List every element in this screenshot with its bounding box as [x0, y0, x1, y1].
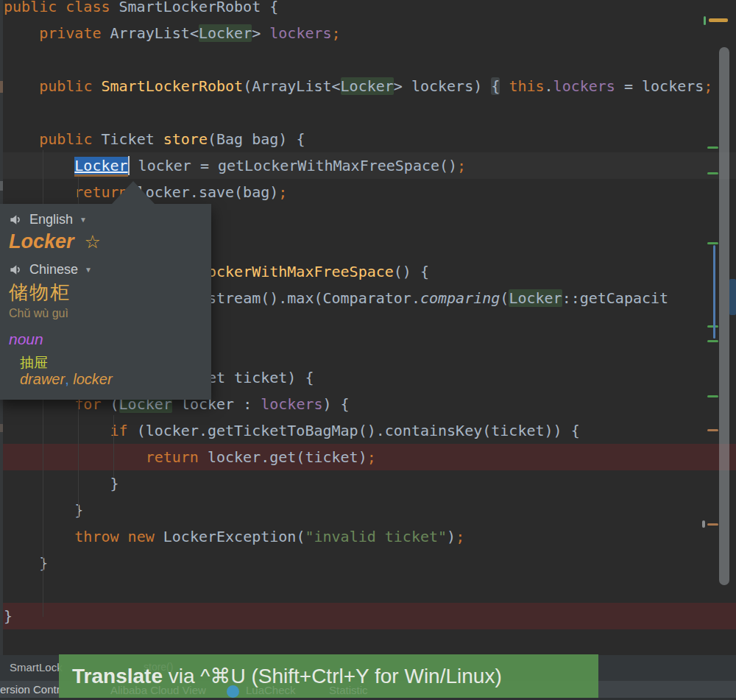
comma: , [65, 371, 69, 387]
code-token: . [545, 77, 553, 95]
translation-text: 储物柜 [9, 280, 71, 305]
meaning-word: drawer [20, 371, 65, 387]
code-line: return locker.get(ticket); [4, 444, 376, 470]
code-token: Ticket [92, 130, 163, 148]
word-row: Locker ☆ [9, 230, 101, 253]
luacheck-icon[interactable] [227, 685, 239, 698]
code-line: } [4, 497, 83, 523]
stripe-mark-gray [702, 520, 705, 528]
code-token: public [39, 77, 92, 95]
gutter-mark [0, 181, 3, 191]
code-token: private [39, 24, 101, 42]
stripe-mark-green [707, 340, 718, 342]
code-line: } [4, 470, 119, 497]
source-language-row: English ▼ [9, 212, 87, 227]
code-token: Locker [341, 77, 394, 95]
code-token: return [146, 448, 199, 466]
gutter-mark [0, 424, 3, 432]
version-control-button[interactable]: ersion Contr [0, 683, 60, 696]
favorite-star-icon[interactable]: ☆ [85, 233, 101, 251]
speaker-icon[interactable] [9, 263, 23, 277]
target-language-label[interactable]: Chinese [29, 262, 78, 277]
code-token: = lockers [615, 77, 704, 95]
target-language-row: Chinese ▼ [9, 262, 92, 277]
code-token [4, 130, 39, 148]
code-token: } [4, 607, 13, 625]
code-token: } [4, 554, 48, 572]
code-token: ; [457, 157, 466, 174]
code-token: throw [74, 528, 118, 545]
meaning-english: drawer, locker [20, 371, 113, 388]
code-line: public class SmartLockerRobot { [4, 0, 278, 20]
code-token: public class [4, 0, 110, 15]
code-token: new [128, 528, 155, 545]
code-token: (ArrayList< [243, 77, 340, 95]
code-line: if (locker.getTicketToBagMap().containsK… [4, 417, 580, 444]
code-line: } [4, 603, 13, 629]
code-line: } [4, 550, 48, 576]
source-language-label[interactable]: English [29, 212, 73, 227]
speaker-icon[interactable] [9, 213, 23, 227]
code-token: this [509, 77, 544, 95]
code-token: (locker.getTicketToBagMap().containsKey(… [128, 422, 580, 439]
scrollbar-thumb[interactable] [719, 47, 729, 585]
code-token: } [4, 475, 119, 492]
ide-window: public class SmartLockerRobot { private … [0, 0, 736, 700]
code-token: ) [447, 528, 456, 545]
code-token: ; [456, 528, 464, 545]
code-token [4, 24, 39, 42]
part-of-speech-label: noun [9, 330, 43, 348]
code-token: { [491, 77, 500, 95]
code-token: public [39, 130, 92, 148]
toolwindow-luacheck[interactable]: LuaCheck [246, 684, 296, 696]
indent-guide [113, 415, 114, 477]
code-token [4, 422, 110, 439]
code-token: ; [332, 24, 341, 42]
code-token [119, 528, 128, 545]
caret-position-line [713, 245, 715, 339]
code-token: () { [394, 263, 429, 280]
gutter-mark [0, 81, 3, 93]
translation-popup: English ▼ Locker ☆ Chinese ▼ 储物柜 Chǔ wù … [0, 204, 211, 400]
code-token [4, 77, 39, 95]
toolwindow-alibaba-cloud-view[interactable]: Alibaba Cloud View [110, 684, 206, 696]
code-token: comparing [420, 289, 500, 307]
code-token [4, 528, 74, 545]
stripe-mark-green [704, 16, 706, 25]
code-token: ( [500, 289, 509, 307]
pinyin-text: Chǔ wù guì [9, 307, 68, 320]
stripe-mark-yellow [709, 18, 728, 22]
stripe-block-blue [729, 279, 736, 315]
selected-word: Locker [74, 157, 127, 174]
toolwindow-statistic[interactable]: Statistic [329, 684, 368, 696]
code-token: Locker [509, 289, 562, 307]
code-token: > lockers) [394, 77, 491, 95]
breadcrumb-file[interactable]: SmartLock [10, 661, 63, 674]
code-token: ) { [323, 395, 350, 413]
stripe-mark-green [707, 172, 718, 174]
code-token [92, 77, 101, 95]
code-token: "invalid ticket" [305, 528, 447, 545]
code-token: } [4, 501, 83, 519]
meaning-chinese: 抽屉 [20, 353, 48, 372]
meaning-word: locker [73, 371, 112, 387]
code-line: throw new LockerException("invalid ticke… [4, 523, 464, 550]
translated-word: Locker [9, 230, 74, 253]
chevron-down-icon[interactable]: ▼ [85, 266, 92, 274]
code-token: locker = getLockerWithMaxFreeSpace() [130, 157, 458, 174]
code-token: store [163, 130, 208, 148]
code-token: ; [367, 448, 376, 466]
stripe-mark-orange [707, 523, 718, 526]
code-token: locker.get(ticket) [199, 448, 367, 466]
code-token: ArrayList< [101, 24, 198, 42]
code-token [500, 77, 509, 95]
stripe-mark-orange [707, 429, 718, 431]
code-token: ; [704, 77, 712, 95]
code-token: (Bag bag) { [208, 130, 305, 148]
code-token [4, 448, 146, 466]
code-token: lockers [553, 77, 615, 95]
stripe-mark-green [707, 146, 718, 149]
popup-callout-arrow [112, 181, 155, 204]
chevron-down-icon[interactable]: ▼ [79, 216, 87, 224]
breadcrumb-method-faint: store() [144, 661, 173, 673]
